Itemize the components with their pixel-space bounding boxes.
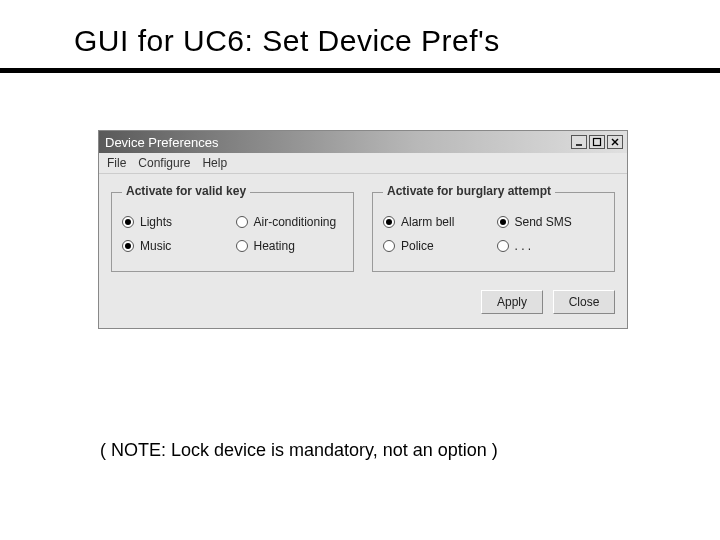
close-window-button[interactable]: [607, 135, 623, 149]
title-rule: [0, 68, 720, 73]
option-label: Heating: [254, 239, 295, 253]
slide-title: GUI for UC6: Set Device Pref's: [0, 0, 720, 68]
option-label: Alarm bell: [401, 215, 454, 229]
option-label: Air-conditioning: [254, 215, 337, 229]
slide-note: ( NOTE: Lock device is mandatory, not an…: [100, 440, 498, 461]
menu-file[interactable]: File: [107, 156, 126, 170]
option-lights[interactable]: Lights: [122, 215, 230, 229]
minimize-button[interactable]: [571, 135, 587, 149]
slide: GUI for UC6: Set Device Pref's Device Pr…: [0, 0, 720, 540]
option-label: . . .: [515, 239, 532, 253]
group-valid-key-legend: Activate for valid key: [122, 184, 250, 198]
radio-icon: [236, 216, 248, 228]
group-burglary: Activate for burglary attempt Alarm bell…: [372, 192, 615, 272]
group-burglary-options: Alarm bell Send SMS Police . . .: [383, 215, 604, 253]
option-label: Police: [401, 239, 434, 253]
option-more[interactable]: . . .: [497, 239, 605, 253]
group-burglary-legend: Activate for burglary attempt: [383, 184, 555, 198]
radio-icon: [122, 216, 134, 228]
option-label: Send SMS: [515, 215, 572, 229]
close-icon: [610, 137, 620, 147]
window-body: Activate for valid key Lights Air-condit…: [99, 174, 627, 328]
group-valid-key-options: Lights Air-conditioning Music Heati: [122, 215, 343, 253]
window-controls: [571, 135, 623, 149]
radio-icon: [383, 216, 395, 228]
svg-rect-1: [594, 139, 601, 146]
window-title: Device Preferences: [105, 135, 571, 150]
button-row: Apply Close: [111, 290, 615, 314]
minimize-icon: [574, 137, 584, 147]
option-alarm-bell[interactable]: Alarm bell: [383, 215, 491, 229]
window-device-preferences: Device Preferences File Configure Help: [98, 130, 628, 329]
option-music[interactable]: Music: [122, 239, 230, 253]
option-air-conditioning[interactable]: Air-conditioning: [236, 215, 344, 229]
radio-icon: [497, 240, 509, 252]
option-label: Lights: [140, 215, 172, 229]
menu-configure[interactable]: Configure: [138, 156, 190, 170]
radio-icon: [236, 240, 248, 252]
option-police[interactable]: Police: [383, 239, 491, 253]
option-label: Music: [140, 239, 171, 253]
apply-button[interactable]: Apply: [481, 290, 543, 314]
option-heating[interactable]: Heating: [236, 239, 344, 253]
radio-icon: [383, 240, 395, 252]
maximize-icon: [592, 137, 602, 147]
maximize-button[interactable]: [589, 135, 605, 149]
menu-help[interactable]: Help: [202, 156, 227, 170]
titlebar[interactable]: Device Preferences: [99, 131, 627, 153]
radio-icon: [122, 240, 134, 252]
menubar: File Configure Help: [99, 153, 627, 174]
group-valid-key: Activate for valid key Lights Air-condit…: [111, 192, 354, 272]
option-send-sms[interactable]: Send SMS: [497, 215, 605, 229]
group-row: Activate for valid key Lights Air-condit…: [111, 192, 615, 272]
close-button[interactable]: Close: [553, 290, 615, 314]
radio-icon: [497, 216, 509, 228]
